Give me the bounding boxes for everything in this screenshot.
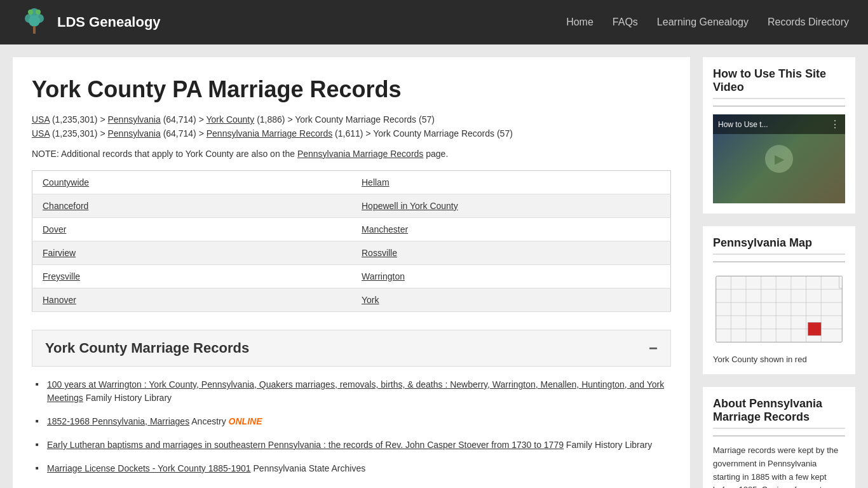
svg-marker-20	[839, 276, 843, 288]
table-row: DoverManchester	[32, 218, 671, 241]
about-text: Marriage records were kept by the govern…	[713, 444, 845, 488]
location-link-col2[interactable]: Manchester	[362, 224, 408, 234]
table-row: CountywideHellam	[32, 171, 671, 194]
location-link-col1[interactable]: Hanover	[43, 295, 76, 305]
svg-rect-19	[808, 322, 821, 336]
breadcrumb-pa-2[interactable]: Pennsylvania	[107, 128, 160, 139]
table-cell-col2: Warrington	[351, 265, 671, 288]
location-link-col1[interactable]: Fairview	[43, 248, 76, 258]
nav-directory[interactable]: Records Directory	[768, 17, 849, 28]
breadcrumb-york-county-1[interactable]: York County	[207, 114, 255, 125]
records-list: 100 years at Warrington : York County, P…	[32, 367, 671, 488]
divider-3	[713, 435, 845, 437]
table-row: ChancefordHopewell in York County	[32, 194, 671, 218]
location-link-col2[interactable]: Hellam	[362, 177, 390, 187]
location-link-col1[interactable]: Freysville	[43, 271, 80, 281]
collapse-icon[interactable]: −	[649, 339, 658, 357]
breadcrumb-usa-1[interactable]: USA	[32, 114, 50, 125]
list-item: Marriage License Dockets - York County 1…	[32, 480, 671, 488]
nav-home[interactable]: Home	[566, 17, 593, 28]
list-item: Early Lutheran baptisms and marriages in…	[32, 433, 671, 457]
list-item: 100 years at Warrington : York County, P…	[32, 373, 671, 410]
location-link-col1[interactable]: Dover	[43, 224, 66, 234]
table-cell-col1: Fairview	[32, 241, 352, 265]
logo-text: LDS Genealogy	[57, 14, 161, 30]
location-link-col1[interactable]: Countywide	[43, 177, 89, 187]
logo-icon	[19, 7, 50, 37]
location-link-col2[interactable]: Hopewell in York County	[362, 201, 458, 211]
header: LDS Genealogy Home FAQs Learning Genealo…	[0, 0, 868, 44]
svg-rect-7	[716, 276, 843, 342]
pa-map-section: Pennsylvania Map	[703, 226, 855, 374]
records-section-title: York County Marriage Records	[45, 340, 249, 356]
list-item: Marriage License Dockets - York County 1…	[32, 457, 671, 480]
pa-map-caption: York County shown in red	[713, 355, 845, 364]
page-wrapper: York County PA Marriage Records USA (1,2…	[0, 44, 868, 488]
record-link[interactable]: Marriage License Dockets - York County 1…	[47, 463, 251, 473]
svg-rect-4	[33, 26, 36, 34]
breadcrumb-pa-1[interactable]: Pennsylvania	[107, 114, 160, 125]
pa-map-svg	[713, 270, 845, 348]
page-title: York County PA Marriage Records	[32, 76, 671, 103]
location-link-col1[interactable]: Chanceford	[43, 201, 88, 211]
table-row: HanoverYork	[32, 288, 671, 312]
video-overlay: How to Use t... ⋮	[713, 114, 845, 134]
record-link[interactable]: 1852-1968 Pennsylvania, Marriages	[47, 416, 189, 426]
about-title: About Pennsylvania Marriage Records	[713, 397, 845, 429]
pa-map-container: York County shown in red	[713, 270, 845, 364]
table-cell-col2: York	[351, 288, 671, 312]
record-link[interactable]: 100 years at Warrington : York County, P…	[47, 379, 664, 403]
sidebar: How to Use This Site Video How to Use t.…	[703, 57, 855, 488]
breadcrumb-1: USA (1,235,301) > Pennsylvania (64,714) …	[32, 114, 671, 125]
svg-point-3	[29, 15, 40, 27]
breadcrumb-pa-marriage[interactable]: Pennsylvania Marriage Records	[207, 128, 332, 139]
pa-map-title: Pennsylvania Map	[713, 236, 845, 255]
main-nav: Home FAQs Learning Genealogy Records Dir…	[566, 17, 849, 28]
video-thumbnail[interactable]: How to Use t... ⋮ ▶	[713, 114, 845, 203]
nav-learning[interactable]: Learning Genealogy	[657, 17, 749, 28]
list-item: 1852-1968 Pennsylvania, Marriages Ancest…	[32, 410, 671, 433]
pa-marriage-records-link[interactable]: Pennsylvania Marriage Records	[297, 149, 423, 159]
breadcrumb-usa-2[interactable]: USA	[32, 128, 50, 139]
table-cell-col2: Hopewell in York County	[351, 194, 671, 218]
main-content: York County PA Marriage Records USA (1,2…	[13, 57, 690, 488]
video-menu-icon: ⋮	[830, 118, 840, 130]
table-cell-col2: Manchester	[351, 218, 671, 241]
records-section-heading: York County Marriage Records −	[32, 330, 671, 367]
logo-area: LDS Genealogy	[19, 7, 161, 37]
svg-point-5	[28, 10, 33, 15]
location-link-col2[interactable]: Warrington	[362, 271, 405, 281]
table-row: FreysvilleWarrington	[32, 265, 671, 288]
divider-2	[713, 261, 845, 262]
table-cell-col2: Hellam	[351, 171, 671, 194]
video-title: How to Use t...	[718, 120, 768, 129]
table-row: FairviewRossville	[32, 241, 671, 265]
online-badge: ONLINE	[229, 416, 262, 426]
divider-1	[713, 105, 845, 107]
table-cell-col1: Countywide	[32, 171, 352, 194]
record-link[interactable]: Early Lutheran baptisms and marriages in…	[47, 440, 564, 450]
table-cell-col1: Chanceford	[32, 194, 352, 218]
breadcrumb-2: USA (1,235,301) > Pennsylvania (64,714) …	[32, 128, 671, 139]
how-to-use-section: How to Use This Site Video How to Use t.…	[703, 57, 855, 214]
table-cell-col1: Dover	[32, 218, 352, 241]
table-cell-col2: Rossville	[351, 241, 671, 265]
table-cell-col1: Hanover	[32, 288, 352, 312]
location-link-col2[interactable]: Rossville	[362, 248, 397, 258]
note-text: NOTE: Additional records that apply to Y…	[32, 149, 671, 159]
about-section: About Pennsylvania Marriage Records Marr…	[703, 387, 855, 488]
location-link-col2[interactable]: York	[362, 295, 379, 305]
svg-point-6	[36, 10, 41, 15]
nav-faqs[interactable]: FAQs	[613, 17, 638, 28]
how-to-use-title: How to Use This Site Video	[713, 67, 845, 99]
table-cell-col1: Freysville	[32, 265, 352, 288]
locations-table: CountywideHellamChancefordHopewell in Yo…	[32, 170, 671, 312]
